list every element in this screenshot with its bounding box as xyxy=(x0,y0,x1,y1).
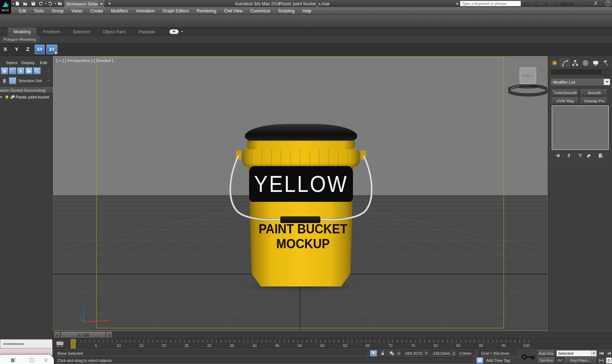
display-lights-toggle[interactable] xyxy=(17,67,24,74)
menu-item[interactable]: Views xyxy=(67,7,86,15)
menu-item[interactable]: Modifiers xyxy=(107,7,132,15)
open-file-button[interactable] xyxy=(22,1,28,6)
y-coord-field[interactable]: -133.53mm xyxy=(429,350,450,357)
sign-in-caret[interactable] xyxy=(585,3,587,5)
menu-item[interactable]: Create xyxy=(86,7,107,15)
key-filters-button[interactable]: Key Filters... xyxy=(565,357,597,364)
expand-arrow-icon[interactable]: ▶ xyxy=(0,95,2,98)
capture-image-icon[interactable] xyxy=(10,357,16,363)
display-geometry-toggle[interactable] xyxy=(1,67,8,74)
isolate-selection-toggle[interactable] xyxy=(370,350,377,357)
display-cameras-toggle[interactable] xyxy=(25,67,33,74)
set-keys-key-icon[interactable] xyxy=(522,353,536,361)
app-logo[interactable]: MAX xyxy=(0,0,11,14)
ribbon-options-caret[interactable] xyxy=(181,31,183,33)
previous-frame-playback-button[interactable] xyxy=(606,350,612,357)
qat-overflow-button[interactable] xyxy=(106,1,113,6)
constraint-y-button[interactable]: Y xyxy=(15,46,18,52)
pin-stack-button[interactable] xyxy=(554,152,561,159)
tab-create-icon[interactable] xyxy=(550,58,559,67)
tab-populate[interactable]: Populate xyxy=(133,28,161,36)
key-filter-selected-dropdown[interactable]: Selected xyxy=(556,350,597,357)
infocenter-collapse-icon[interactable]: ▶ xyxy=(456,2,459,5)
set-key-button[interactable]: Set Key xyxy=(538,357,555,364)
tab-display[interactable]: Display xyxy=(21,61,35,65)
menu-item[interactable]: Graph Editors xyxy=(159,7,193,15)
menu-item[interactable]: Customize xyxy=(246,7,274,15)
default-in-out-tangent-button[interactable] xyxy=(556,357,563,364)
uvw-map-button[interactable]: UVW Map xyxy=(552,97,579,104)
turbosmooth-button[interactable]: TurboSmooth xyxy=(552,89,579,96)
menu-item[interactable]: Rendering xyxy=(193,7,220,15)
overlay-capture-toolbar[interactable] xyxy=(0,355,54,364)
app-menu-caret[interactable] xyxy=(12,4,15,5)
workspace-dropdown[interactable]: Workspace: Default xyxy=(64,1,104,7)
time-tag-icon[interactable] xyxy=(476,357,483,364)
user-icon[interactable] xyxy=(551,1,559,6)
menu-item[interactable]: Help xyxy=(299,7,315,15)
visibility-bulb-icon[interactable] xyxy=(5,95,9,99)
modifier-list-caret[interactable] xyxy=(603,79,610,85)
tab-edit[interactable]: Edit xyxy=(40,61,47,65)
menu-item[interactable]: Animation xyxy=(132,7,159,15)
tab-object-paint[interactable]: Object Paint xyxy=(97,28,131,36)
constraint-x-button[interactable]: X xyxy=(4,46,7,52)
display-helpers-toggle[interactable] xyxy=(33,67,41,74)
sort-by-layer-toggle[interactable] xyxy=(1,77,8,84)
auto-key-button[interactable]: Auto Key xyxy=(538,350,555,357)
next-frame-button[interactable]: > xyxy=(106,332,112,338)
x-coord-field[interactable]: -169.2072mm xyxy=(402,350,422,357)
maximize-icon[interactable] xyxy=(28,357,35,363)
current-frame-marker[interactable] xyxy=(71,339,75,348)
save-file-button[interactable] xyxy=(30,1,37,6)
search-input[interactable] xyxy=(460,1,521,6)
add-time-tag-button[interactable]: Add Time Tag xyxy=(486,358,510,363)
menu-item[interactable]: Scripting xyxy=(274,7,299,15)
viewport-label[interactable]: [ + ] [ Perspective ] [ Shaded ] xyxy=(56,58,113,63)
name-column-header[interactable]: Name (Sorted Descending) xyxy=(0,87,53,93)
exchange-apps-icon[interactable]: X xyxy=(594,0,597,6)
new-file-button[interactable] xyxy=(14,1,21,6)
tab-freeform[interactable]: Freeform xyxy=(38,28,66,36)
undo-button[interactable] xyxy=(38,1,44,6)
scene-object-row[interactable]: ▶ Plastic paint bucket xyxy=(0,94,53,100)
menu-item[interactable]: Edit xyxy=(15,7,30,15)
tab-motion-icon[interactable] xyxy=(580,58,590,67)
display-shapes-toggle[interactable] xyxy=(9,67,16,74)
smooth-button[interactable]: Smooth xyxy=(581,89,608,96)
scrollbar-thumb[interactable] xyxy=(3,343,24,345)
ribbon-minimize-button[interactable] xyxy=(169,29,179,34)
selection-lock-toggle[interactable] xyxy=(379,350,386,357)
polygon-modeling-panel-label[interactable]: Polygon Modeling xyxy=(1,36,39,43)
make-unique-button[interactable] xyxy=(577,152,584,159)
sign-in-button[interactable]: Sign In xyxy=(561,1,573,6)
redo-button[interactable] xyxy=(47,1,54,6)
open-mini-curve-editor-button[interactable] xyxy=(54,340,66,348)
constraint-xy-lock-button[interactable]: XY xyxy=(46,45,57,54)
track-bar[interactable]: 0510152025303540455055606570758085909510… xyxy=(53,339,612,349)
constraint-xy-button[interactable]: XY xyxy=(35,45,45,54)
current-frame-field[interactable]: 0 xyxy=(606,357,612,364)
communication-center-icon[interactable] xyxy=(532,1,540,6)
modifier-stack-list[interactable] xyxy=(552,106,609,150)
tab-modify-icon[interactable] xyxy=(560,58,569,67)
constraint-z-button[interactable]: Z xyxy=(26,46,29,52)
menu-item[interactable]: Civil View xyxy=(220,7,246,15)
project-folder-button[interactable] xyxy=(57,1,63,6)
tab-selection[interactable]: Selection xyxy=(67,28,96,36)
tab-hierarchy-icon[interactable] xyxy=(570,58,580,67)
object-color-swatch[interactable] xyxy=(604,69,610,75)
undo-dropdown-caret[interactable] xyxy=(45,3,47,5)
z-coord-field[interactable]: 0.0mm xyxy=(457,350,476,357)
time-slider-handle[interactable]: 0 / 100 xyxy=(61,332,106,338)
sort-by-hierarchy-toggle[interactable] xyxy=(9,77,16,84)
close-icon[interactable] xyxy=(43,357,49,363)
go-to-start-button[interactable] xyxy=(598,350,605,357)
tab-select[interactable]: Select xyxy=(6,61,17,65)
perspective-viewport[interactable]: [ + ] [ Perspective ] [ Shaded ] FRONT Y… xyxy=(53,56,548,331)
key-mode-toggle[interactable] xyxy=(598,357,605,364)
remove-modifier-button[interactable] xyxy=(585,152,592,159)
configure-modifier-sets-button[interactable] xyxy=(597,152,604,159)
redo-dropdown-caret[interactable] xyxy=(54,3,56,5)
row2-expand-chevrons[interactable]: » xyxy=(47,79,49,82)
